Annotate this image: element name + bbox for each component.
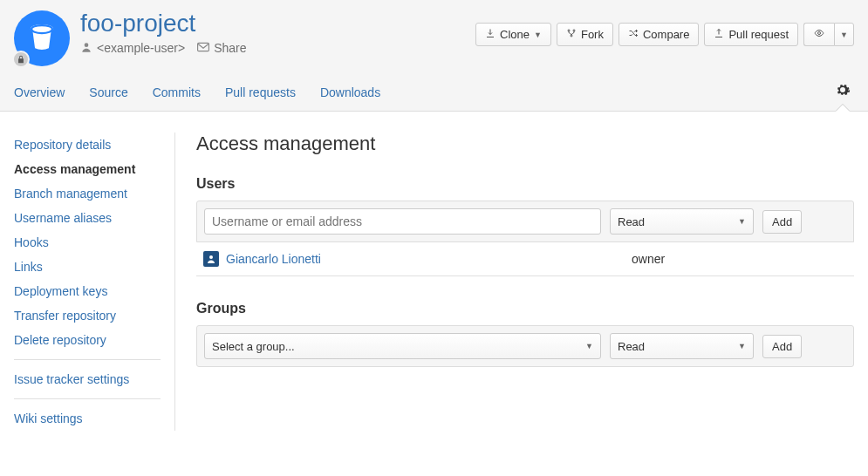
tab-source[interactable]: Source xyxy=(89,85,127,99)
sidebar-item-access-management[interactable]: Access management xyxy=(14,157,161,181)
add-group-row: Select a group... ▼ Read ▼ Add xyxy=(196,325,854,367)
project-title[interactable]: foo-project xyxy=(80,10,195,37)
share-link[interactable]: Share xyxy=(197,41,246,55)
mail-icon xyxy=(197,41,209,55)
tab-downloads[interactable]: Downloads xyxy=(320,85,380,99)
clone-button[interactable]: Clone ▼ xyxy=(475,23,551,46)
group-select[interactable]: Select a group... ▼ xyxy=(204,333,601,359)
lock-icon xyxy=(12,51,30,68)
user-card-icon xyxy=(203,251,219,267)
chevron-down-icon: ▼ xyxy=(534,31,542,39)
tab-commits[interactable]: Commits xyxy=(153,85,201,99)
groups-heading: Groups xyxy=(196,301,854,316)
chevron-down-icon: ▼ xyxy=(840,31,848,39)
project-avatar xyxy=(14,10,70,66)
user-permission-select[interactable]: Read ▼ xyxy=(610,208,754,235)
sidebar-item-wiki[interactable]: Wiki settings xyxy=(14,406,161,431)
page-title: Access management xyxy=(196,133,854,155)
add-user-row: Read ▼ Add xyxy=(196,201,854,242)
svg-point-7 xyxy=(818,32,821,35)
settings-gear-icon[interactable] xyxy=(835,82,851,102)
watch-button[interactable] xyxy=(803,23,834,46)
svg-point-5 xyxy=(573,30,575,31)
compare-button[interactable]: Compare xyxy=(619,23,699,46)
svg-rect-3 xyxy=(198,44,209,51)
sidebar-item-username-aliases[interactable]: Username aliases xyxy=(14,206,161,230)
upload-icon xyxy=(714,28,724,41)
share-label: Share xyxy=(214,41,246,55)
fork-button[interactable]: Fork xyxy=(557,23,613,46)
tab-pull-requests[interactable]: Pull requests xyxy=(225,85,296,99)
user-icon xyxy=(80,41,92,56)
watch-dropdown[interactable]: ▼ xyxy=(834,23,854,46)
chevron-down-icon: ▼ xyxy=(738,342,746,350)
download-icon xyxy=(485,28,496,41)
sidebar-item-hooks[interactable]: Hooks xyxy=(14,230,161,255)
owner-name: <example-user> xyxy=(97,41,185,55)
add-user-button[interactable]: Add xyxy=(762,210,802,234)
eye-icon xyxy=(813,28,825,41)
chevron-down-icon: ▼ xyxy=(738,217,746,226)
owner-link[interactable]: <example-user> xyxy=(80,41,185,56)
chevron-down-icon: ▼ xyxy=(585,342,593,350)
sidebar-item-delete-repo[interactable]: Delete repository xyxy=(14,328,161,352)
group-permission-select[interactable]: Read ▼ xyxy=(610,333,754,359)
settings-sidebar: Repository details Access management Bra… xyxy=(14,133,175,431)
pull-request-button[interactable]: Pull request xyxy=(704,23,798,46)
user-name-link[interactable]: Giancarlo Lionetti xyxy=(226,252,623,266)
fork-icon xyxy=(566,28,577,41)
sidebar-item-links[interactable]: Links xyxy=(14,255,161,279)
user-role: owner xyxy=(623,252,665,266)
sidebar-item-deployment-keys[interactable]: Deployment keys xyxy=(14,279,161,303)
add-group-button[interactable]: Add xyxy=(762,335,802,358)
sidebar-item-transfer-repo[interactable]: Transfer repository xyxy=(14,303,161,328)
username-input[interactable] xyxy=(204,208,601,235)
svg-point-2 xyxy=(85,43,89,47)
users-heading: Users xyxy=(196,176,854,192)
sidebar-item-repo-details[interactable]: Repository details xyxy=(14,133,161,157)
sidebar-item-branch-management[interactable]: Branch management xyxy=(14,181,161,206)
shuffle-icon xyxy=(628,28,639,41)
svg-point-6 xyxy=(571,35,572,37)
svg-point-4 xyxy=(568,30,570,31)
tab-overview[interactable]: Overview xyxy=(14,85,65,99)
svg-point-8 xyxy=(209,255,213,259)
user-list-row: Giancarlo Lionetti owner xyxy=(196,242,854,276)
sidebar-item-issue-tracker[interactable]: Issue tracker settings xyxy=(14,367,161,391)
